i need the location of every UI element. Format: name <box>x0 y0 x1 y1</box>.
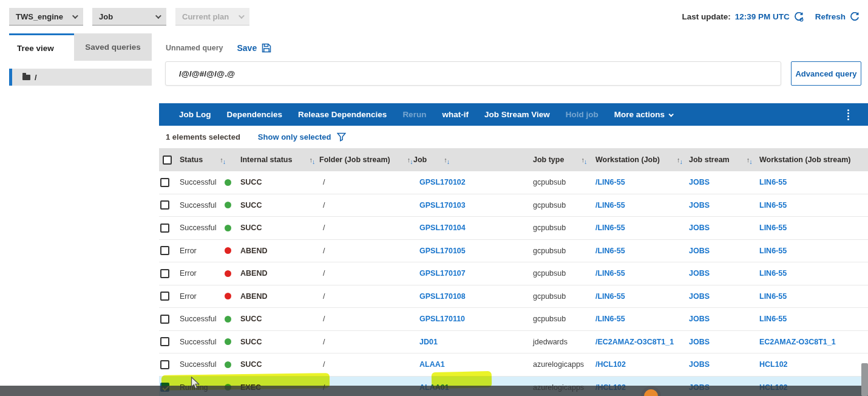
column-header-job[interactable]: Job↑↓ <box>412 155 532 164</box>
sort-icon[interactable]: ↑↓ <box>444 156 450 163</box>
table-row[interactable]: SuccessfulSUCC/GPSL170104gcpubsub/LIN6-5… <box>159 217 868 240</box>
vertical-scrollbar-thumb[interactable] <box>861 363 868 396</box>
table-row[interactable]: ErrorABEND/GPSL170108gcpubsub/LIN6-55JOB… <box>159 285 868 309</box>
kebab-menu-icon[interactable] <box>847 109 849 120</box>
table-row[interactable]: SuccessfulSUCC/JD01jdedwards/EC2AMAZ-O3C… <box>159 331 868 354</box>
column-header-internal-status[interactable]: Internal status↑↓ <box>239 155 318 164</box>
job-type-cell: gcpubsub <box>532 247 594 255</box>
workstation-job-link[interactable]: /LIN6-55 <box>594 201 688 210</box>
workstation-job-stream-link[interactable]: LIN6-55 <box>758 224 868 232</box>
sort-icon[interactable]: ↑↓ <box>407 156 412 163</box>
sort-icon[interactable]: ↑↓ <box>677 156 683 163</box>
toolbar-action-dependencies[interactable]: Dependencies <box>227 110 283 119</box>
toolbar-action-rerun: Rerun <box>402 110 426 119</box>
sort-icon[interactable]: ↑↓ <box>309 156 316 163</box>
workstation-job-stream-link[interactable]: LIN6-55 <box>758 201 868 210</box>
column-header-workstation-job-stream[interactable]: Workstation (Job stream) <box>758 155 868 164</box>
query-input[interactable] <box>165 61 781 86</box>
workstation-job-link[interactable]: /LIN6-55 <box>594 292 688 301</box>
job-link[interactable]: GPSL170107 <box>412 269 532 278</box>
tab-tree-view[interactable]: Tree view <box>9 33 74 61</box>
mouse-cursor-icon <box>191 377 200 391</box>
table-row[interactable]: SuccessfulSUCC/ALAA1azurelogicapps/HCL10… <box>159 353 868 377</box>
object-type-select-value: Job <box>99 12 113 21</box>
save-label: Save <box>237 43 257 53</box>
workstation-job-stream-link[interactable]: LIN6-55 <box>758 178 868 186</box>
job-stream-link[interactable]: JOBS <box>688 360 758 369</box>
row-checkbox[interactable] <box>159 337 178 346</box>
folder-cell: / <box>318 201 412 210</box>
refresh-icon[interactable] <box>850 12 860 22</box>
job-link[interactable]: GPSL170105 <box>412 247 532 255</box>
workstation-job-link[interactable]: /LIN6-55 <box>594 178 688 186</box>
workstation-job-stream-link[interactable]: LIN6-55 <box>758 269 868 278</box>
row-checkbox[interactable] <box>159 315 178 324</box>
workstation-job-stream-link[interactable]: EC2AMAZ-O3C8T1_1 <box>758 338 868 346</box>
column-header-job-stream[interactable]: Job stream↑↓ <box>688 155 758 164</box>
workstation-job-link[interactable]: /LIN6-55 <box>594 224 688 232</box>
row-checkbox[interactable] <box>159 224 178 233</box>
select-all-checkbox[interactable] <box>159 155 178 165</box>
table-row[interactable]: SuccessfulSUCC/GPSL170110gcpubsub/LIN6-5… <box>159 308 868 331</box>
job-link[interactable]: GPSL170104 <box>412 224 532 232</box>
job-stream-link[interactable]: JOBS <box>688 224 758 232</box>
toolbar-action-job-log[interactable]: Job Log <box>179 110 211 119</box>
job-type-cell: gcpubsub <box>532 315 594 323</box>
sort-icon[interactable]: ↑↓ <box>220 156 226 163</box>
column-header-status[interactable]: Status↑↓ <box>178 155 239 164</box>
job-stream-link[interactable]: JOBS <box>688 292 758 301</box>
job-stream-link[interactable]: JOBS <box>688 315 758 323</box>
job-link[interactable]: GPSL170103 <box>412 201 532 210</box>
column-header-workstation-job[interactable]: Workstation (Job)↑↓ <box>594 155 688 164</box>
workstation-job-link[interactable]: /EC2AMAZ-O3C8T1_1 <box>594 338 688 346</box>
job-link[interactable]: JD01 <box>412 338 532 346</box>
workstation-job-link[interactable]: /HCL102 <box>594 360 688 369</box>
object-type-select[interactable]: Job <box>92 8 166 26</box>
sort-icon[interactable]: ↑↓ <box>581 156 588 163</box>
chevron-down-icon <box>239 13 245 19</box>
status-dot-icon <box>225 316 231 323</box>
workstation-job-stream-link[interactable]: HCL102 <box>758 360 868 369</box>
table-row[interactable]: ErrorABEND/GPSL170107gcpubsub/LIN6-55JOB… <box>159 262 868 285</box>
workstation-job-stream-link[interactable]: LIN6-55 <box>758 315 868 323</box>
workstation-job-link[interactable]: /LIN6-55 <box>594 315 688 323</box>
table-row[interactable]: SuccessfulSUCC/GPSL170102gcpubsub/LIN6-5… <box>159 171 868 194</box>
job-link[interactable]: ALAA1 <box>412 360 532 369</box>
job-stream-link[interactable]: JOBS <box>688 247 758 255</box>
show-only-selected-button[interactable]: Show only selected <box>258 132 346 142</box>
toolbar-action-job-stream-view[interactable]: Job Stream View <box>484 110 550 119</box>
auto-refresh-icon[interactable] <box>794 12 804 22</box>
row-checkbox[interactable] <box>159 246 178 255</box>
job-link[interactable]: GPSL170110 <box>412 315 532 323</box>
status-dot-icon <box>225 270 231 277</box>
tree-item-root[interactable]: / <box>9 69 152 86</box>
table-row[interactable]: ErrorABEND/GPSL170105gcpubsub/LIN6-55JOB… <box>159 240 868 263</box>
column-header-folder-job-stream[interactable]: Folder (Job stream)↑↓ <box>318 155 412 164</box>
workstation-job-stream-link[interactable]: LIN6-55 <box>758 292 868 301</box>
engine-select[interactable]: TWS_engine <box>9 8 83 26</box>
job-stream-link[interactable]: JOBS <box>688 338 758 346</box>
job-stream-link[interactable]: JOBS <box>688 269 758 278</box>
job-link[interactable]: GPSL170108 <box>412 292 532 301</box>
job-link[interactable]: GPSL170102 <box>412 178 532 186</box>
sort-icon[interactable]: ↑↓ <box>747 156 753 163</box>
workstation-job-stream-link[interactable]: LIN6-55 <box>758 247 868 255</box>
row-checkbox[interactable] <box>159 178 178 187</box>
workstation-job-link[interactable]: /LIN6-55 <box>594 269 688 278</box>
row-checkbox[interactable] <box>159 360 178 369</box>
tab-saved-queries[interactable]: Saved queries <box>74 33 152 61</box>
column-header-job-type[interactable]: Job type↑↓ <box>532 155 594 164</box>
job-stream-link[interactable]: JOBS <box>688 201 758 210</box>
toolbar-action-release-dependencies[interactable]: Release Dependencies <box>298 110 387 119</box>
job-stream-link[interactable]: JOBS <box>688 178 758 186</box>
row-checkbox[interactable] <box>159 292 178 301</box>
table-row[interactable]: SuccessfulSUCC/GPSL170103gcpubsub/LIN6-5… <box>159 194 868 217</box>
row-checkbox[interactable] <box>159 269 178 278</box>
save-query-button[interactable]: Save <box>237 43 271 53</box>
toolbar-action-more-actions[interactable]: More actions <box>614 110 673 119</box>
refresh-button[interactable]: Refresh <box>815 12 846 21</box>
workstation-job-link[interactable]: /LIN6-55 <box>594 247 688 255</box>
advanced-query-button[interactable]: Advanced query <box>791 61 861 86</box>
row-checkbox[interactable] <box>159 200 178 210</box>
toolbar-action-what-if[interactable]: what-if <box>442 110 469 119</box>
